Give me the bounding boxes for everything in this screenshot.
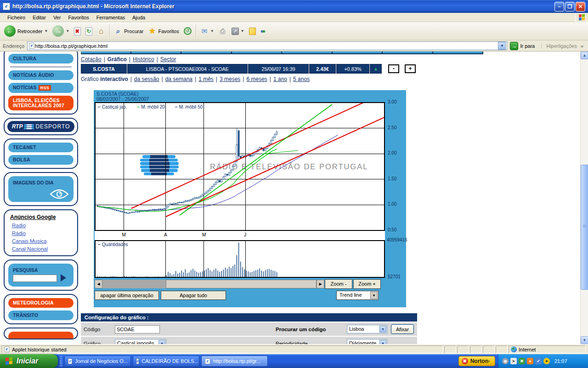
forward-button[interactable]: → ▼: [50, 24, 72, 38]
scroll-right-icon[interactable]: ▶: [317, 280, 324, 288]
tab-grafico[interactable]: Gráfico: [107, 56, 127, 63]
stop-button[interactable]: ✖: [72, 26, 83, 37]
sidebar-item-cultura[interactable]: CULTURA: [8, 54, 74, 63]
tray-update-icon[interactable]: ✖: [519, 358, 525, 364]
periodicity-dropdown-icon[interactable]: ▼: [379, 340, 386, 344]
chart-zoom-out-button[interactable]: -: [388, 64, 399, 73]
sidebar-item-tecnet[interactable]: TEC&NET: [8, 143, 74, 152]
volume-plot[interactable]: −Quantidades: [95, 240, 385, 278]
notes-button[interactable]: [247, 26, 258, 36]
tab-cotacao[interactable]: Cotação: [81, 56, 102, 63]
vscroll-thumb[interactable]: [581, 165, 588, 290]
links-chevron-icon[interactable]: »: [581, 43, 583, 49]
menu-ferramentas[interactable]: Ferramentas: [93, 14, 129, 21]
edit-button[interactable]: ↗ ▼: [229, 26, 247, 36]
period-1ano[interactable]: 1 ano: [273, 76, 287, 82]
tray-mouse-icon[interactable]: ➤: [510, 358, 517, 364]
menu-editar[interactable]: Editar: [29, 14, 50, 21]
page-vscrollbar[interactable]: ▲ ▼: [580, 52, 588, 344]
tray-antivirus-icon[interactable]: ●: [543, 358, 550, 364]
sidebar-item-noticias-audio[interactable]: NOTÍCIAS ÁUDIO: [8, 70, 74, 80]
ad-link-radio1[interactable]: Radio: [10, 223, 72, 228]
task-button-caldeirao[interactable]: e CALDEIRÃO DE BOLS...: [133, 356, 199, 367]
address-field[interactable]: e http://bolsa.rtp.pt/graphique.html ▼: [27, 41, 507, 50]
scroll-up-icon[interactable]: ▲: [581, 52, 588, 59]
go-button[interactable]: → Ir para: [510, 42, 535, 50]
search-go-icon[interactable]: [61, 274, 66, 282]
ads-title[interactable]: Anúncios Google: [10, 214, 72, 220]
market-select[interactable]: Lisboa ▼: [347, 325, 387, 334]
codigo-input[interactable]: [115, 325, 160, 334]
chart-zoom-in-button[interactable]: +: [405, 64, 416, 73]
tab-sector[interactable]: Sector: [160, 56, 176, 63]
address-url[interactable]: http://bolsa.rtp.pt/graphique.html: [35, 43, 498, 49]
period-3meses[interactable]: 3 meses: [220, 76, 240, 82]
mail-dropdown-icon[interactable]: ▼: [210, 29, 214, 33]
hscroll-track[interactable]: [102, 280, 317, 288]
period-1mes[interactable]: 1 mês: [198, 76, 214, 82]
zoom-minus-button[interactable]: Zoom -: [325, 279, 352, 289]
period-5anos[interactable]: 5 anos: [293, 76, 310, 82]
tray-volume-icon[interactable]: ◉: [502, 358, 509, 364]
zoom-plus-button[interactable]: Zoom +: [353, 279, 381, 289]
favorites-button[interactable]: ★ Favoritos: [146, 26, 181, 37]
ad-link-canais-musica[interactable]: Canais Musica: [10, 238, 72, 244]
market-dropdown-icon[interactable]: ▼: [379, 326, 386, 333]
sidebar-item-rtp-desporto[interactable]: RTP DESPORTO: [7, 121, 74, 132]
hscroll-thumb[interactable]: [166, 280, 317, 288]
ad-link-canal-nacional[interactable]: Canal Nacional: [10, 246, 72, 252]
period-6meses[interactable]: 6 meses: [246, 76, 267, 82]
price-axis-label: 2.50: [388, 125, 396, 130]
mail-button[interactable]: ✉ ▼: [198, 26, 216, 37]
price-plot[interactable]: RÁDIO E TELEVISÃO DE PORTUGAL −Castiçal …: [95, 102, 385, 231]
period-sessao[interactable]: da sessão: [134, 76, 159, 82]
home-button[interactable]: ⌂: [95, 26, 107, 37]
print-button[interactable]: ⎙: [216, 26, 229, 37]
menu-favoritos[interactable]: Favoritos: [64, 14, 92, 21]
period-semana[interactable]: da semana: [165, 76, 192, 82]
history-button[interactable]: ↺: [181, 26, 194, 36]
quicklaunch-separator[interactable]: [60, 356, 62, 366]
tab-historico[interactable]: Histórico: [133, 56, 154, 63]
task-button-jornal[interactable]: e Jornal de Negócios O...: [64, 356, 131, 367]
chart-hscrollbar[interactable]: ◀ ▶: [95, 280, 324, 288]
back-button[interactable]: ← Retroceder ▼: [2, 24, 50, 38]
restore-button[interactable]: ❐: [565, 2, 575, 12]
start-button[interactable]: Iniciar: [0, 354, 58, 368]
chart-type-dropdown-icon[interactable]: ▼: [158, 340, 165, 344]
minimize-button[interactable]: –: [554, 2, 564, 12]
search-button[interactable]: ⌕ Procurar: [112, 26, 146, 37]
tray-network-shield-icon[interactable]: ✔: [535, 358, 542, 364]
sidebar-item-imagens-do-dia[interactable]: IMAGENS DO DIA: [8, 176, 74, 202]
refresh-button[interactable]: ↻: [83, 26, 95, 37]
sidebar-item-noticias-rss[interactable]: NOTÍCIASRSS: [8, 83, 74, 93]
periodicity-select[interactable]: Diáriamente ▼: [347, 339, 387, 344]
chart-type-select[interactable]: Castiçal japonês ▼: [115, 339, 166, 344]
task-button-bolsa-active[interactable]: e http://bolsa.rtp.pt/gr...: [201, 356, 268, 367]
close-button[interactable]: ✕: [576, 2, 585, 12]
trend-tool-select[interactable]: Trend line ▼: [336, 291, 379, 300]
menu-ajuda[interactable]: Ajuda: [129, 14, 149, 21]
sidebar-item-meteorologia[interactable]: METEOROLOGIA: [8, 298, 74, 308]
sidebar-search-input[interactable]: [13, 275, 57, 282]
links-label[interactable]: Hiperligações: [541, 43, 577, 49]
undo-last-operation-button[interactable]: apagar última operação: [95, 291, 159, 300]
sidebar-item-lisboa-eleicoes[interactable]: LISBOA, ELEIÇÕES INTERCALARES 2007: [8, 96, 74, 110]
tray-msn-icon[interactable]: ♦: [527, 358, 533, 364]
scroll-left-icon[interactable]: ◀: [95, 280, 102, 288]
afixar-button[interactable]: Afixar: [391, 324, 414, 334]
scroll-down-icon[interactable]: ▼: [581, 336, 588, 344]
norton-button[interactable]: ✖ Norton·: [458, 356, 495, 366]
menu-ver[interactable]: Ver: [50, 14, 65, 21]
sidebar-item-transito[interactable]: TRÂNSITO: [8, 310, 74, 320]
clear-all-button[interactable]: Apagar tudo: [161, 291, 226, 300]
sidebar-item-bolsa[interactable]: BOLSA: [8, 155, 74, 165]
menu-ficheiro[interactable]: Ficheiro: [4, 14, 29, 21]
back-dropdown-icon[interactable]: ▼: [44, 29, 48, 33]
ad-link-radio2[interactable]: Rádio: [10, 230, 72, 236]
sidebar-item-cut[interactable]: [8, 332, 74, 339]
edit-dropdown-icon[interactable]: ▼: [241, 29, 244, 33]
trend-dropdown-icon[interactable]: ▼: [370, 292, 378, 299]
messenger-button[interactable]: ●●: [258, 26, 266, 36]
address-dropdown-icon[interactable]: ▼: [498, 42, 506, 50]
